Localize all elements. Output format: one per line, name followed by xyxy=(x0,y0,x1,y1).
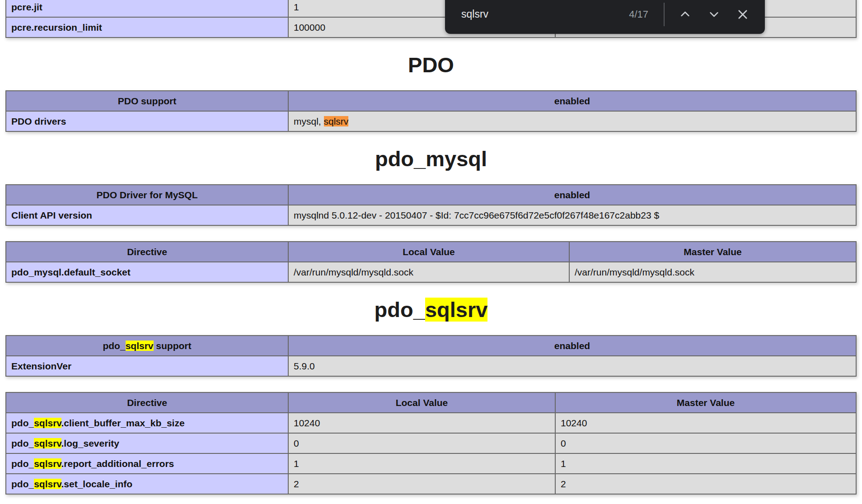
chevron-up-icon xyxy=(679,8,691,20)
column-header-directive: Directive xyxy=(6,242,288,262)
pdo-mysql-directive-table: Directive Local Value Master Value pdo_m… xyxy=(5,241,857,283)
directive-local-value: /var/run/mysqld/mysqld.sock xyxy=(288,262,569,282)
table-row: pdo_sqlsrv.client_buffer_max_kb_size 102… xyxy=(6,413,856,433)
find-previous-button[interactable] xyxy=(672,1,698,28)
directive-master-value: 10240 xyxy=(555,413,856,433)
support-label: pdo_sqlsrv support xyxy=(6,336,288,356)
support-status: enabled xyxy=(288,91,856,111)
pdo-sqlsrv-support-table: pdo_sqlsrv support enabled ExtensionVer … xyxy=(5,335,857,377)
directive-local-value: 2 xyxy=(288,474,555,494)
find-match-highlight: sqlsrv xyxy=(34,479,61,489)
pdo-sqlsrv-directive-table: Directive Local Value Master Value pdo_s… xyxy=(5,392,857,495)
directive-name: pcre.recursion_limit xyxy=(6,17,288,37)
section-heading-pdo: PDO xyxy=(5,53,857,77)
row-value: mysqlnd 5.0.12-dev - 20150407 - $Id: 7cc… xyxy=(288,205,856,225)
support-status: enabled xyxy=(288,185,856,205)
table-row: pdo_sqlsrv.log_severity 0 0 xyxy=(6,433,856,453)
directive-local-value: 0 xyxy=(288,433,555,453)
table-header-row: PDO Driver for MySQL enabled xyxy=(6,185,856,205)
directive-name: pcre.jit xyxy=(6,0,288,17)
directive-name: pdo_sqlsrv.client_buffer_max_kb_size xyxy=(6,413,288,433)
find-match-highlight: sqlsrv xyxy=(425,298,487,322)
phpinfo-page: pcre.jit 1 pcre.recursion_limit 100000 P… xyxy=(0,0,862,500)
directive-master-value: 2 xyxy=(555,474,856,494)
phpinfo-content: pcre.jit 1 pcre.recursion_limit 100000 P… xyxy=(0,0,862,495)
directive-local-value: 10240 xyxy=(288,413,555,433)
table-row: pdo_mysql.default_socket /var/run/mysqld… xyxy=(6,262,856,282)
column-header-directive: Directive xyxy=(6,392,288,413)
directive-master-value: 0 xyxy=(555,433,856,453)
table-row: ExtensionVer 5.9.0 xyxy=(6,356,856,376)
find-close-button[interactable] xyxy=(730,1,756,28)
pdo-mysql-support-table: PDO Driver for MySQL enabled Client API … xyxy=(5,184,857,226)
table-row: Client API version mysqlnd 5.0.12-dev - … xyxy=(6,205,856,225)
row-label: ExtensionVer xyxy=(6,356,288,376)
find-match-highlight: sqlsrv xyxy=(126,341,154,351)
find-match-highlight: sqlsrv xyxy=(34,458,61,469)
row-label: Client API version xyxy=(6,205,288,225)
support-label: PDO Driver for MySQL xyxy=(6,185,288,205)
column-header-local-value: Local Value xyxy=(288,392,555,413)
row-value: 5.9.0 xyxy=(288,356,856,376)
pdo-support-table: PDO support enabled PDO drivers mysql, s… xyxy=(5,90,857,132)
directive-master-value: 1 xyxy=(555,453,856,474)
chevron-down-icon xyxy=(708,8,720,20)
find-next-button[interactable] xyxy=(701,1,727,28)
directive-local-value: 1 xyxy=(288,453,555,474)
column-header-master-value: Master Value xyxy=(555,392,856,413)
row-value: mysql, sqlsrv xyxy=(288,111,856,131)
directive-name: pdo_mysql.default_socket xyxy=(6,262,288,282)
close-icon xyxy=(736,8,749,21)
section-heading-pdo-mysql: pdo_mysql xyxy=(5,147,857,171)
find-bar-divider xyxy=(664,3,665,26)
find-match-highlight: sqlsrv xyxy=(34,418,61,428)
support-label: PDO support xyxy=(6,91,288,111)
table-header-row: pdo_sqlsrv support enabled xyxy=(6,336,856,356)
table-header-row: PDO support enabled xyxy=(6,91,856,111)
directive-master-value: /var/run/mysqld/mysqld.sock xyxy=(569,262,856,282)
section-heading-pdo-sqlsrv: pdo_sqlsrv xyxy=(5,298,857,322)
table-header-row: Directive Local Value Master Value xyxy=(6,392,856,413)
table-row: pdo_sqlsrv.set_locale_info 2 2 xyxy=(6,474,856,494)
table-row: PDO drivers mysql, sqlsrv xyxy=(6,111,856,131)
column-header-master-value: Master Value xyxy=(569,242,856,262)
find-active-match: sqlsrv xyxy=(324,116,349,126)
find-bar: sqlsrv 4/17 xyxy=(445,0,765,34)
directive-name: pdo_sqlsrv.report_additional_errors xyxy=(6,453,288,474)
table-header-row: Directive Local Value Master Value xyxy=(6,242,856,262)
directive-name: pdo_sqlsrv.set_locale_info xyxy=(6,474,288,494)
find-match-count: 4/17 xyxy=(629,9,648,20)
find-input[interactable]: sqlsrv xyxy=(461,8,629,20)
find-match-highlight: sqlsrv xyxy=(34,438,61,448)
column-header-local-value: Local Value xyxy=(288,242,569,262)
row-label: PDO drivers xyxy=(6,111,288,131)
directive-name: pdo_sqlsrv.log_severity xyxy=(6,433,288,453)
support-status: enabled xyxy=(288,336,856,356)
table-row: pdo_sqlsrv.report_additional_errors 1 1 xyxy=(6,453,856,474)
